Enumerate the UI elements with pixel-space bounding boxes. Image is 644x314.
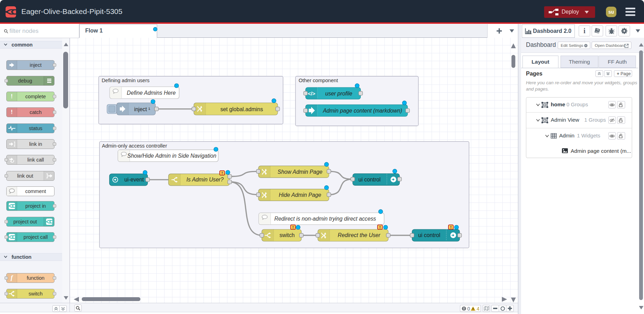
svg-text:!: !: [221, 171, 223, 175]
svg-text:Define Admins Here: Define Admins Here: [127, 90, 176, 96]
svg-text:ui-event: ui-event: [124, 177, 144, 183]
svg-text:Show/Hide Admin in Side Naviga: Show/Hide Admin in Side Navigation: [127, 153, 217, 159]
svg-text:Other component: Other component: [299, 78, 338, 83]
svg-text:Show Admin Page: Show Admin Page: [278, 169, 323, 175]
svg-text:!: !: [292, 225, 294, 229]
svg-text:Is Admin User?: Is Admin User?: [186, 177, 224, 183]
svg-text:Defining admin users: Defining admin users: [102, 78, 149, 83]
svg-text:Admin page content (markdown): Admin page content (markdown): [323, 108, 402, 114]
svg-text:inject ¹: inject ¹: [134, 106, 150, 112]
svg-text:user profile: user profile: [325, 91, 352, 97]
svg-text:Redirect the User: Redirect the User: [338, 232, 381, 238]
svg-text:</>: </>: [308, 91, 315, 97]
svg-text:!: !: [379, 225, 381, 229]
svg-text:ui control: ui control: [358, 177, 381, 183]
svg-text:set global.admins: set global.admins: [220, 106, 263, 112]
svg-text:!: !: [450, 225, 452, 229]
svg-text:Hide Admin Page: Hide Admin Page: [279, 192, 321, 198]
svg-text:Redirect is non-admin trying d: Redirect is non-admin trying direct acce…: [274, 216, 376, 222]
svg-text:Admin-only access controller: Admin-only access controller: [102, 143, 167, 149]
svg-text:switch: switch: [279, 232, 295, 238]
svg-text:ui control: ui control: [418, 232, 440, 238]
